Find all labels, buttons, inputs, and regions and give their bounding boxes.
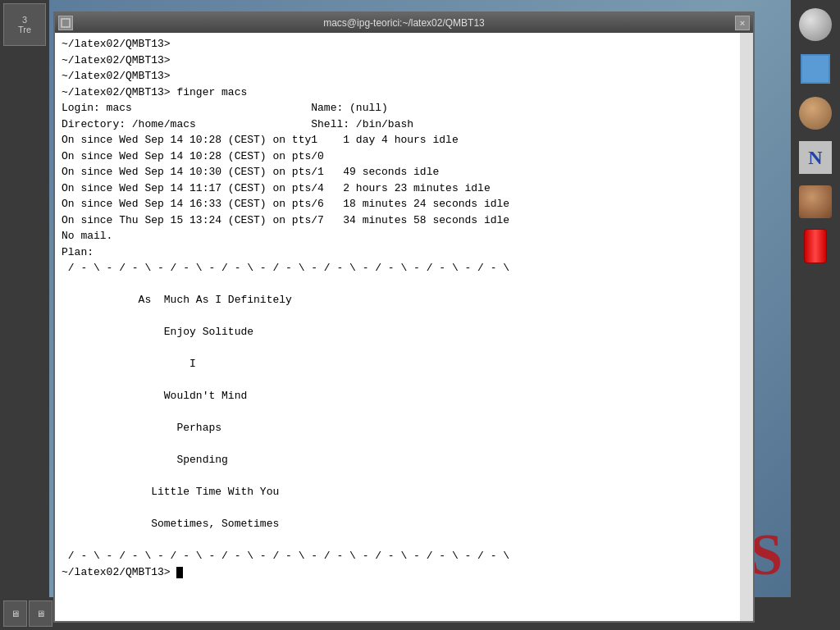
taskbar-btn-2[interactable]: 🖥 — [29, 600, 52, 627]
taskbar-btn-1[interactable]: 🖥 — [3, 600, 27, 627]
sidebar-icon-face2[interactable] — [794, 180, 837, 223]
clock-icon — [799, 8, 832, 41]
can-icon — [804, 229, 827, 263]
face-icon-2 — [799, 185, 832, 218]
taskbar-label: Tre — [18, 25, 31, 34]
terminal-title: macs@ipg-teorici:~/latex02/QMBT13 — [73, 17, 735, 29]
terminal-minimize-btn[interactable] — [58, 16, 73, 30]
svg-rect-0 — [62, 19, 70, 27]
terminal-text: ~/latex02/QMBT13> ~/latex02/QMBT13> ~/la… — [62, 36, 733, 580]
taskbar-btn-2-label: 🖥 — [36, 609, 45, 619]
taskbar-top-icon[interactable]: 3 Tre — [3, 3, 46, 46]
terminal-window: macs@ipg-teorici:~/latex02/QMBT13 × ~/la… — [53, 11, 755, 623]
terminal-titlebar: macs@ipg-teorici:~/latex02/QMBT13 × — [55, 13, 753, 33]
sidebar-icon-can[interactable] — [794, 225, 837, 267]
terminal-close-btn[interactable]: × — [735, 16, 750, 30]
right-sidebar: N — [791, 0, 840, 630]
sidebar-icon-netscape[interactable]: N — [794, 136, 837, 179]
sidebar-icon-clock[interactable] — [794, 3, 837, 46]
netscape-icon: N — [799, 141, 832, 174]
left-taskbar: 3 Tre — [0, 0, 49, 630]
sidebar-icon-face1[interactable] — [794, 92, 837, 135]
face-icon-1 — [799, 97, 832, 130]
taskbar-btn-1-label: 🖥 — [11, 609, 20, 619]
terminal-scrollbar[interactable] — [740, 33, 753, 621]
taskbar-number: 3 — [22, 15, 27, 25]
terminal-cursor — [176, 567, 183, 578]
sidebar-icon-cube[interactable] — [794, 48, 837, 90]
terminal-content[interactable]: ~/latex02/QMBT13> ~/latex02/QMBT13> ~/la… — [55, 33, 740, 621]
cube-icon — [801, 54, 830, 84]
desktop: ANES 3 Tre macs@ipg-teorici:~/latex02/QM… — [0, 0, 840, 630]
